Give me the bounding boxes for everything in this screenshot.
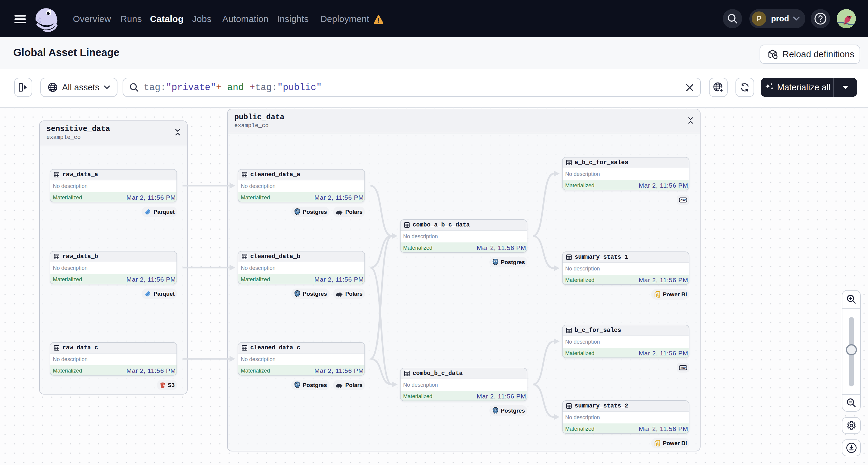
svg-text:csv: csv [681,366,686,370]
svg-text:csv: csv [681,198,686,202]
